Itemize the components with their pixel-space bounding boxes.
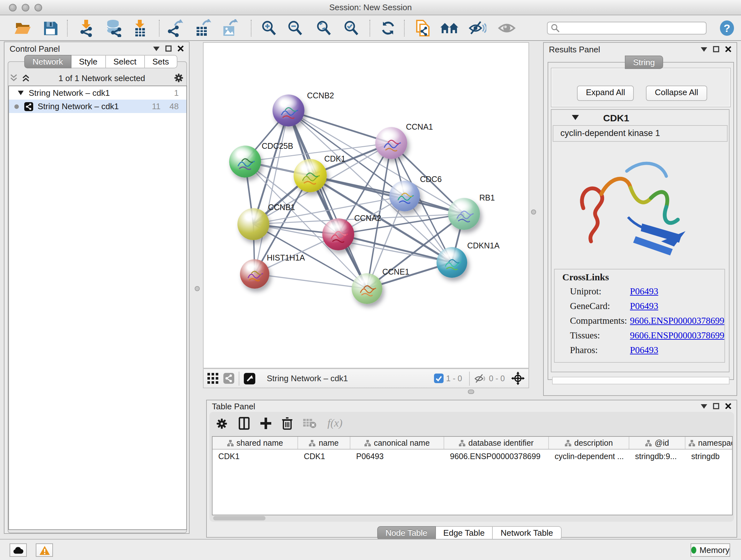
search-input[interactable]	[547, 22, 706, 35]
section-collapse-icon[interactable]	[572, 115, 579, 120]
crosslink-link[interactable]: 9606.ENSP00000378699	[630, 330, 724, 341]
grid-view-icon[interactable]	[207, 373, 218, 384]
add-column-icon[interactable]	[260, 417, 271, 430]
node-CCNA2[interactable]	[322, 219, 354, 250]
network-collection-row[interactable]: String Network – cdk1 1	[9, 86, 186, 100]
open-session-button[interactable]	[13, 18, 32, 38]
tab-sets[interactable]: Sets	[145, 55, 177, 68]
panel-menu-icon[interactable]	[701, 47, 707, 51]
results-scrollbar-track[interactable]	[552, 377, 730, 384]
selected-checkbox-icon[interactable]	[434, 374, 444, 383]
panel-menu-icon[interactable]	[701, 404, 707, 408]
help-button[interactable]: ?	[718, 18, 737, 38]
tab-node-table[interactable]: Node Table	[377, 526, 435, 540]
zoom-in-button[interactable]	[260, 18, 279, 38]
import-network-file-button[interactable]	[77, 18, 96, 38]
left-splitter-handle[interactable]	[195, 286, 200, 291]
node-section-header[interactable]: CDK1	[551, 110, 729, 125]
horizontal-splitter-handle[interactable]	[468, 389, 474, 394]
edge-HIST1H1A-CCNE1[interactable]	[255, 274, 367, 289]
export-network-button[interactable]	[166, 18, 186, 38]
node-RB1[interactable]	[448, 198, 480, 230]
refresh-view-button[interactable]	[379, 18, 398, 38]
window-zoom-button[interactable]	[35, 3, 42, 11]
network-canvas[interactable]: CCNB2CCNA1CDC25BCDK1CDC6RB1CCNB1CCNA2CDK…	[203, 42, 529, 368]
network-row[interactable]: String Network – cdk1 11 48	[9, 100, 186, 113]
crosslink-link[interactable]: P06493	[630, 345, 658, 356]
column-header-namespace[interactable]: namespace	[685, 437, 733, 449]
delete-column-trash-icon[interactable]	[282, 417, 292, 430]
save-session-button[interactable]	[41, 18, 60, 38]
network-view-toolbar: String Network – cdk1 1 - 0 0 - 0	[203, 368, 529, 388]
show-graphics-details-button[interactable]	[497, 18, 516, 38]
window-close-button[interactable]	[9, 3, 17, 11]
close-panel-icon[interactable]	[725, 46, 731, 52]
cloud-status-button[interactable]	[10, 543, 27, 557]
column-type-icon	[565, 440, 571, 446]
control-panel: Control Panel NetworkStyleSelectSets 1 o…	[4, 42, 190, 534]
column-header--id[interactable]: @id	[629, 437, 685, 449]
export-image-button[interactable]	[220, 18, 239, 38]
import-network-database-button[interactable]	[105, 18, 124, 38]
hidden-eye-icon[interactable]	[474, 373, 486, 383]
first-neighbors-button[interactable]	[440, 18, 459, 38]
memory-button[interactable]: Memory	[690, 543, 730, 557]
column-header-name[interactable]: name	[298, 437, 350, 449]
float-panel-icon[interactable]	[165, 45, 172, 52]
right-splitter-handle[interactable]	[531, 209, 536, 214]
column-header-shared-name[interactable]: shared name	[212, 437, 298, 449]
tab-network-table[interactable]: Network Table	[493, 526, 561, 540]
column-header-database-identifier[interactable]: database identifier	[444, 437, 549, 449]
expand-all-button[interactable]: Expand All	[577, 85, 634, 101]
show-columns-icon[interactable]	[239, 417, 250, 430]
tree-expand-icon[interactable]	[18, 91, 23, 95]
node-CDK1[interactable]	[293, 159, 327, 192]
node-CCNA1[interactable]	[375, 127, 407, 159]
tab-style[interactable]: Style	[71, 55, 106, 68]
panel-menu-icon[interactable]	[153, 46, 159, 51]
protein-structure-thumbnail	[235, 154, 256, 172]
crosslink-link[interactable]: 9606.ENSP00000378699	[630, 315, 724, 326]
warning-button[interactable]	[36, 543, 53, 557]
float-panel-icon[interactable]	[713, 46, 719, 52]
node-HIST1H1A[interactable]	[240, 259, 269, 289]
node-CDC25B[interactable]	[229, 145, 261, 178]
table-hscrollbar-thumb[interactable]	[213, 516, 266, 520]
node-CCNE1[interactable]	[352, 273, 382, 304]
network-options-gear-icon[interactable]	[174, 73, 184, 83]
column-header-canonical-name[interactable]: canonical name	[350, 437, 444, 449]
export-table-button[interactable]	[193, 18, 212, 38]
zoom-fit-icon	[316, 20, 333, 37]
collapse-all-button[interactable]: Collapse All	[646, 85, 707, 101]
close-panel-icon[interactable]	[725, 403, 731, 409]
move-tool-icon[interactable]	[511, 372, 525, 385]
crosslink-link[interactable]: P06493	[630, 286, 658, 297]
tab-select[interactable]: Select	[106, 55, 145, 68]
tab-network[interactable]: Network	[24, 55, 71, 68]
column-header-description[interactable]: description	[549, 437, 629, 449]
node-CDKN1A[interactable]	[436, 247, 467, 278]
birdseye-view-icon[interactable]	[244, 373, 255, 384]
tab-string[interactable]: String	[625, 56, 663, 69]
toolbar-separator	[469, 371, 470, 385]
close-panel-icon[interactable]	[178, 45, 184, 52]
node-CCNB2[interactable]	[273, 95, 305, 126]
node-CCNB1[interactable]	[238, 208, 269, 240]
expand-all-chevron-icon[interactable]	[22, 74, 30, 82]
node-CDC6[interactable]	[389, 181, 420, 211]
crosslink-link[interactable]: P06493	[630, 301, 658, 312]
tab-edge-table[interactable]: Edge Table	[435, 526, 493, 540]
table-row[interactable]: CDK1CDK1P064939606.ENSP00000378699cyclin…	[212, 449, 732, 463]
copy-network-button[interactable]	[413, 18, 432, 38]
zoom-out-button[interactable]	[286, 18, 305, 38]
float-panel-icon[interactable]	[713, 403, 719, 409]
collapse-all-chevron-icon[interactable]	[10, 74, 18, 82]
selected-count: 1 - 0	[446, 374, 462, 383]
import-table-file-button[interactable]	[130, 18, 149, 38]
table-settings-gear-icon[interactable]	[216, 417, 228, 429]
zoom-fit-button[interactable]	[315, 18, 334, 38]
hide-selection-button[interactable]	[468, 18, 487, 38]
zoom-selected-button[interactable]	[342, 18, 361, 38]
window-minimize-button[interactable]	[22, 3, 29, 11]
share-view-icon[interactable]	[223, 373, 234, 384]
